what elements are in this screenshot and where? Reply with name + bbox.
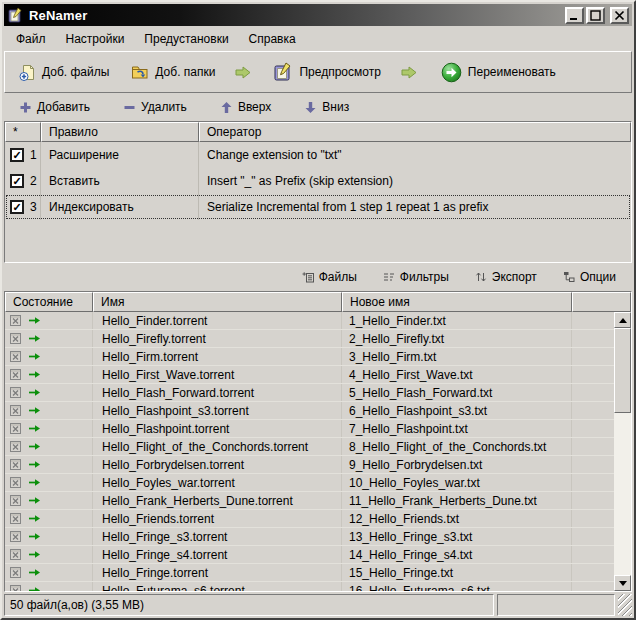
checkbox-x-icon[interactable] [10, 351, 21, 362]
checkbox-x-icon[interactable] [10, 585, 21, 591]
file-state-cell [5, 456, 93, 473]
file-row[interactable]: Hello_Firm.torrent 3_Hello_Firm.txt [5, 348, 614, 366]
checkbox-x-icon[interactable] [10, 513, 21, 524]
tab-filters-label: Фильтры [400, 270, 449, 284]
tab-filters[interactable]: Фильтры [383, 270, 449, 284]
tab-options[interactable]: Опции [563, 270, 616, 284]
file-row[interactable]: Hello_Flashpoint.torrent 7_Hello_Flashpo… [5, 420, 614, 438]
checkbox-x-icon[interactable] [10, 423, 21, 434]
menu-help[interactable]: Справка [239, 29, 306, 49]
scroll-down-button[interactable] [614, 575, 631, 591]
checkbox-x-icon[interactable] [10, 531, 21, 542]
rule-checkbox[interactable]: ✓ [10, 148, 24, 162]
arrow-right-icon [28, 316, 41, 325]
rule-operator: Serialize Incremental from 1 step 1 repe… [199, 194, 631, 220]
maximize-button[interactable] [586, 7, 605, 24]
file-new-name: 11_Hello_Frank_Herberts_Dune.txt [342, 492, 572, 509]
checkbox-x-icon[interactable] [10, 549, 21, 560]
rule-checkbox[interactable]: ✓ [10, 174, 24, 188]
file-row[interactable]: Hello_Forbrydelsen.torrent 9_Hello_Forbr… [5, 456, 614, 474]
file-filler-cell [572, 438, 614, 455]
resize-grip[interactable] [618, 594, 632, 616]
triangle-up-icon [619, 318, 627, 323]
files-header-state[interactable]: Состояние [5, 292, 93, 312]
file-row[interactable]: Hello_Futurama_s6.torrent 16_Hello_Futur… [5, 582, 614, 591]
rule-name: Вставить [41, 168, 199, 194]
preview-button[interactable]: Предпросмотр [265, 57, 386, 87]
rule-row[interactable]: ✓ 1 Расширение Change extension to "txt" [5, 142, 631, 168]
rename-button[interactable]: Переименовать [435, 57, 562, 88]
checkbox-x-icon[interactable] [10, 333, 21, 344]
close-icon [614, 10, 625, 21]
remove-rule-button[interactable]: Удалить [118, 97, 193, 117]
file-name: Hello_Firm.torrent [93, 348, 342, 365]
scrollbar-track[interactable] [614, 328, 631, 575]
file-row[interactable]: Hello_Flash_Forward.torrent 5_Hello_Flas… [5, 384, 614, 402]
file-name: Hello_Fringe_s4.torrent [93, 546, 342, 563]
menu-presets[interactable]: Предустановки [134, 29, 238, 49]
menu-settings[interactable]: Настройки [56, 29, 135, 49]
add-rule-button[interactable]: Добавить [14, 97, 96, 117]
files-header-name[interactable]: Имя [93, 292, 342, 312]
rules-header-mark[interactable]: * [5, 122, 41, 142]
file-new-name: 16_Hello_Futurama_s6.txt [342, 582, 572, 591]
vertical-scrollbar[interactable] [614, 312, 631, 591]
checkbox-x-icon[interactable] [10, 459, 21, 470]
checkbox-x-icon[interactable] [10, 387, 21, 398]
file-row[interactable]: Hello_Fringe.torrent 15_Hello_Fringe.txt [5, 564, 614, 582]
file-row[interactable]: Hello_Frank_Herberts_Dune.torrent 11_Hel… [5, 492, 614, 510]
add-files-button[interactable]: Доб. файлы [13, 59, 115, 86]
file-new-name: 9_Hello_Forbrydelsen.txt [342, 456, 572, 473]
checkbox-x-icon[interactable] [10, 477, 21, 488]
file-state-cell [5, 402, 93, 419]
file-name: Hello_Forbrydelsen.torrent [93, 456, 342, 473]
checkbox-x-icon[interactable] [10, 315, 21, 326]
minimize-button[interactable] [565, 7, 584, 24]
file-row[interactable]: Hello_First_Wave.torrent 4_Hello_First_W… [5, 366, 614, 384]
file-state-cell [5, 420, 93, 437]
file-row[interactable]: Hello_Fringe_s4.torrent 14_Hello_Fringe_… [5, 546, 614, 564]
file-row[interactable]: Hello_Friends.torrent 12_Hello_Friends.t… [5, 510, 614, 528]
rule-name: Индексировать [41, 194, 199, 220]
file-name: Hello_First_Wave.torrent [93, 366, 342, 383]
move-down-button[interactable]: Вниз [299, 97, 355, 117]
checkbox-x-icon[interactable] [10, 369, 21, 380]
file-row[interactable]: Hello_Flashpoint_s3.torrent 6_Hello_Flas… [5, 402, 614, 420]
menu-file[interactable]: Файл [6, 29, 56, 49]
file-filler-cell [572, 528, 614, 545]
title-bar[interactable]: ReNamer [4, 4, 632, 26]
files-header-new-name[interactable]: Новое имя [342, 292, 572, 312]
rule-row[interactable]: ✓ 2 Вставить Insert "_" as Prefix (skip … [5, 168, 631, 194]
file-name: Hello_Friends.torrent [93, 510, 342, 527]
checkbox-x-icon[interactable] [10, 441, 21, 452]
file-state-cell [5, 330, 93, 347]
file-row[interactable]: Hello_Foyles_war.torrent 10_Hello_Foyles… [5, 474, 614, 492]
file-state-cell [5, 582, 93, 591]
tab-files[interactable]: Файлы [302, 270, 357, 284]
file-row[interactable]: Hello_Fringe_s3.torrent 13_Hello_Fringe_… [5, 528, 614, 546]
move-up-button[interactable]: Вверх [215, 97, 277, 117]
add-folders-button[interactable]: Доб. папки [125, 59, 221, 85]
file-row[interactable]: Hello_Firefly.torrent 2_Hello_Firefly.tx… [5, 330, 614, 348]
scrollbar-thumb[interactable] [614, 328, 631, 413]
tab-export[interactable]: Экспорт [475, 270, 537, 284]
rule-checkbox[interactable]: ✓ [10, 200, 24, 214]
scroll-up-button[interactable] [614, 312, 631, 328]
checkbox-x-icon[interactable] [10, 405, 21, 416]
move-up-label: Вверх [238, 100, 271, 114]
rules-header-operator[interactable]: Оператор [199, 122, 631, 142]
flow-arrow-icon [401, 66, 417, 79]
arrow-up-icon [221, 102, 232, 113]
arrow-right-icon [28, 406, 41, 415]
close-button[interactable] [610, 7, 629, 24]
file-row[interactable]: Hello_Finder.torrent 1_Hello_Finder.txt [5, 312, 614, 330]
file-row[interactable]: Hello_Flight_of_the_Conchords.torrent 8_… [5, 438, 614, 456]
rules-header-rule[interactable]: Правило [41, 122, 199, 142]
preview-label: Предпросмотр [299, 65, 380, 79]
flow-arrow-icon [235, 66, 251, 79]
checkbox-x-icon[interactable] [10, 495, 21, 506]
rule-number: 2 [30, 174, 37, 188]
checkbox-x-icon[interactable] [10, 567, 21, 578]
file-name: Hello_Futurama_s6.torrent [93, 582, 342, 591]
rule-row[interactable]: ✓ 3 Индексировать Serialize Incremental … [5, 194, 631, 220]
